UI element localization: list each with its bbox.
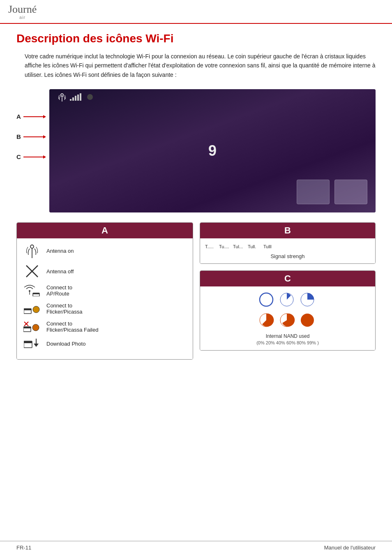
label-a: A xyxy=(16,113,46,120)
antenna-off-icon-cell xyxy=(23,264,41,279)
label-b-arrow xyxy=(23,134,46,140)
antenna-on-row: Antenna on xyxy=(23,243,186,258)
antenna-on-label: Antenna on xyxy=(46,248,74,254)
svg-text:Tul...: Tul... xyxy=(233,244,243,249)
antenna-icon xyxy=(58,92,67,102)
device-photo: 9 xyxy=(49,89,376,212)
download-photo-icon-cell xyxy=(23,339,41,349)
svg-point-43 xyxy=(301,314,314,327)
panel-c-header: C xyxy=(200,271,375,286)
footer-manual-label: Manuel de l'utilisateur xyxy=(324,545,376,551)
connect-flickr-fail-icon xyxy=(23,321,41,332)
signal-levels-display: T..... Tu.... Tul... Tull. xyxy=(205,242,370,250)
thumb-1 xyxy=(297,180,330,204)
svg-rect-30 xyxy=(24,341,32,343)
panel-c: C xyxy=(200,270,376,351)
svg-rect-8 xyxy=(70,99,71,101)
panel-a-header: A xyxy=(17,223,193,238)
panel-c-content: Internal NAND used (0% 20% 40% 60% 80% 9… xyxy=(200,286,375,350)
nand-dot-60 xyxy=(258,312,274,328)
nand-label: Internal NAND used xyxy=(207,333,369,339)
connect-flickr-fail-icon-cell xyxy=(23,321,41,332)
signal-level-4: Tull. xyxy=(248,242,261,250)
frame-background: 9 xyxy=(49,89,376,212)
nand-percentages: (0% 20% 40% 60% 80% 99% ) xyxy=(207,340,369,345)
svg-point-28 xyxy=(32,324,39,331)
connect-ap-label: Connect toAP/Route xyxy=(46,284,72,297)
connect-flickr-fail-label: Connect toFlicker/Picassa Failed xyxy=(46,321,98,333)
main-image-area: A B C xyxy=(16,89,376,212)
antenna-off-icon xyxy=(25,264,39,279)
connect-flickr-row: Connect toFlicker/Picassa xyxy=(23,302,186,315)
svg-text:Tull.: Tull. xyxy=(248,244,256,249)
connect-flickr-icon-cell xyxy=(23,303,41,314)
svg-point-38 xyxy=(260,293,273,306)
svg-rect-22 xyxy=(24,309,31,310)
nand-dot-80 xyxy=(279,312,295,328)
antenna-on-icon xyxy=(25,243,39,258)
thumb-2 xyxy=(334,180,367,204)
panel-b: B T..... Tu.... Tul... xyxy=(200,222,376,264)
svg-text:T.....: T..... xyxy=(205,244,214,249)
page-footer: FR-11 Manuel de l'utilisateur xyxy=(0,541,392,554)
svg-text:Tulll: Tulll xyxy=(263,244,272,249)
svg-point-23 xyxy=(33,306,39,313)
signal-bars xyxy=(70,93,82,101)
top-status-bar xyxy=(58,92,367,102)
svg-marker-32 xyxy=(34,344,39,347)
svg-rect-20 xyxy=(33,293,39,294)
connect-ap-icon xyxy=(24,285,40,296)
intro-paragraph: Votre cadre numérique inclut la technolo… xyxy=(25,52,376,79)
svg-marker-1 xyxy=(43,115,46,118)
frame-content: 9 xyxy=(49,89,376,212)
antenna-off-row: Antenna off xyxy=(23,264,186,279)
connect-flickr-label: Connect toFlicker/Picassa xyxy=(46,302,82,315)
svg-rect-11 xyxy=(77,95,79,101)
nand-dot-40 xyxy=(299,291,316,308)
signal-level-1: T..... xyxy=(205,242,217,250)
svg-rect-9 xyxy=(72,97,74,101)
connect-flickr-icon xyxy=(24,303,40,314)
panel-b-header: B xyxy=(200,223,375,238)
connect-ap-icon-cell xyxy=(23,285,41,296)
thumbnails xyxy=(212,180,367,204)
svg-rect-25 xyxy=(23,327,31,328)
page-content: Description des icônes Wi-Fi Votre cadre… xyxy=(0,24,392,384)
panel-a: A Antenna on xyxy=(16,222,193,360)
svg-marker-3 xyxy=(43,135,46,138)
detail-panels: A Antenna on xyxy=(16,222,376,360)
download-photo-icon xyxy=(24,339,40,349)
antenna-on-icon-cell xyxy=(23,243,41,258)
label-b: B xyxy=(16,133,46,140)
label-c-arrow xyxy=(23,154,46,160)
logo-sub: air xyxy=(19,15,25,20)
logo-text: Journé xyxy=(8,4,37,15)
svg-rect-10 xyxy=(75,96,76,101)
footer-page-number: FR-11 xyxy=(16,545,31,551)
nand-dots xyxy=(207,291,369,330)
svg-text:Tu....: Tu.... xyxy=(219,244,229,249)
nand-dot-20 xyxy=(279,291,295,308)
label-c: C xyxy=(16,153,46,160)
labels-column: A B C xyxy=(16,89,46,212)
download-photo-label: Download Photo xyxy=(46,341,85,347)
signal-label: Signal strengh xyxy=(205,253,370,259)
panel-bc: B T..... Tu.... Tul... xyxy=(200,222,376,360)
nand-dot-99 xyxy=(299,312,316,328)
panel-b-content: T..... Tu.... Tul... Tull. xyxy=(200,238,375,263)
dot-indicator xyxy=(87,94,93,100)
label-a-arrow xyxy=(23,114,46,120)
svg-rect-12 xyxy=(80,93,81,101)
page-title: Description des icônes Wi-Fi xyxy=(16,32,376,45)
signal-level-2: Tu.... xyxy=(219,242,231,250)
connect-flickr-fail-row: Connect toFlicker/Picassa Failed xyxy=(23,321,186,333)
logo: Journé air xyxy=(8,4,37,20)
svg-point-17 xyxy=(29,290,30,292)
signal-level-5: Tulll xyxy=(263,242,277,250)
svg-marker-5 xyxy=(43,155,46,159)
antenna-off-label: Antenna off xyxy=(46,268,74,275)
download-photo-row: Download Photo xyxy=(23,339,186,349)
svg-point-6 xyxy=(61,94,63,96)
signal-level-3: Tul... xyxy=(233,242,245,250)
page-header: Journé air xyxy=(0,0,392,24)
